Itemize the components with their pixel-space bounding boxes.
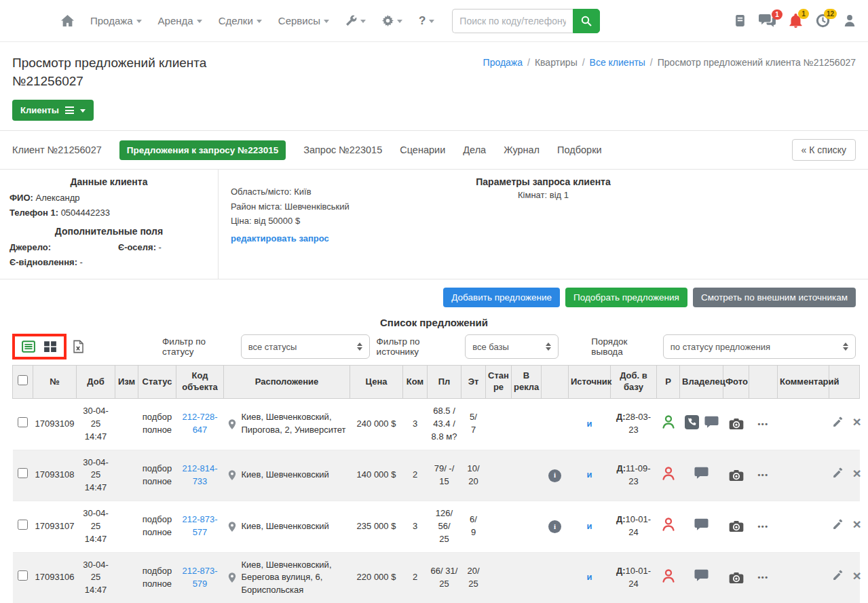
source-flag: и: [587, 469, 592, 482]
more-actions-icon[interactable]: •••: [757, 471, 768, 479]
order-select[interactable]: по статусу предложения: [663, 334, 856, 359]
tab-tasks[interactable]: Дела: [463, 144, 486, 155]
tab-scenarios[interactable]: Сценарии: [400, 144, 445, 155]
top-navbar: Продажа Аренда Сделки Сервисы ? 1 1: [0, 0, 868, 42]
tab-journal[interactable]: Журнал: [504, 144, 540, 155]
col-rooms: Ком: [403, 366, 428, 399]
settings-menu[interactable]: [382, 15, 402, 26]
map-pin-icon[interactable]: [227, 469, 238, 481]
location-text: Киев, Шевченковский: [242, 520, 347, 533]
added-date: 30-04-25 14:47: [77, 450, 115, 501]
col-more: [749, 366, 778, 399]
location-text: Киев, Шевченковский: [242, 469, 347, 482]
info-icon[interactable]: i: [548, 469, 561, 482]
object-code-link[interactable]: 212-814-733: [182, 463, 217, 486]
offer-number: 17093107: [35, 520, 75, 533]
comment-bubble-icon[interactable]: [704, 416, 719, 429]
comment-bubble-icon[interactable]: [694, 569, 709, 582]
more-actions-icon[interactable]: •••: [757, 573, 768, 581]
menu-deals[interactable]: Сделки: [219, 15, 262, 26]
edit-pencil-icon[interactable]: [832, 467, 844, 479]
extra-fields-title: Дополнительные поля: [10, 226, 208, 237]
delete-x-icon[interactable]: ×: [853, 417, 861, 427]
filter-status-label: Фильтр по статусу: [162, 336, 235, 357]
home-icon[interactable]: [61, 15, 74, 26]
comment-bubble-icon[interactable]: [694, 467, 709, 480]
search-icon: [581, 16, 592, 26]
status-filter-select[interactable]: все статусы: [241, 334, 370, 359]
match-offers-button[interactable]: Подобрать предложения: [565, 288, 687, 307]
param-region: Область/місто: Київ: [231, 184, 350, 199]
history-clock-icon[interactable]: 12: [816, 14, 830, 28]
offer-number: 17093109: [35, 418, 75, 431]
excel-export-icon[interactable]: [73, 340, 83, 353]
row-checkbox[interactable]: [18, 468, 28, 478]
object-code-link[interactable]: 212-728-647: [182, 412, 217, 435]
order-label: Порядок вывода: [591, 336, 658, 357]
delete-x-icon[interactable]: ×: [853, 520, 861, 529]
modified-date: [115, 450, 138, 501]
messages-icon[interactable]: 1: [759, 14, 776, 28]
edit-pencil-icon[interactable]: [832, 570, 844, 581]
clients-menu-button[interactable]: Клиенты: [12, 100, 94, 121]
breadcrumb-separator: /: [650, 57, 653, 68]
modified-date: [115, 552, 138, 603]
grid-view-icon[interactable]: [43, 341, 57, 353]
order-value: по статусу предложения: [671, 342, 770, 352]
tab-client[interactable]: Клиент №21256027: [12, 144, 102, 155]
added-date: 30-04-25 14:47: [77, 398, 115, 450]
edit-request-link[interactable]: редактировать запрос: [231, 231, 329, 246]
list-view-icon[interactable]: [22, 341, 35, 353]
owner-status-icon[interactable]: [661, 517, 676, 532]
col-in-ads: В рекла: [512, 366, 542, 399]
tab-offers-to-request[interactable]: Предложения к запросу №223015: [119, 140, 286, 160]
edit-pencil-icon[interactable]: [832, 519, 844, 530]
owner-status-icon[interactable]: [661, 414, 676, 429]
photo-camera-icon[interactable]: [726, 572, 747, 584]
object-code-link[interactable]: 212-873-577: [182, 514, 217, 537]
col-area: Пл: [428, 366, 461, 399]
tab-selections[interactable]: Подборки: [557, 144, 602, 155]
back-to-list-button[interactable]: « К списку: [792, 139, 856, 161]
tab-request[interactable]: Запрос №223015: [303, 144, 382, 155]
photo-camera-icon[interactable]: [726, 418, 747, 430]
help-menu[interactable]: ?: [419, 14, 434, 28]
phone-icon[interactable]: [685, 415, 699, 429]
breadcrumb-item-all-clients[interactable]: Все клиенты: [590, 57, 645, 68]
row-checkbox[interactable]: [18, 417, 28, 427]
comment-value: [778, 450, 829, 501]
journal-icon[interactable]: [735, 14, 745, 27]
request-params-block: Параметры запроса клиента Кімнат: від 1 …: [219, 170, 868, 279]
notifications-bell-icon[interactable]: 1: [789, 14, 802, 28]
search-button[interactable]: [573, 9, 600, 33]
add-offer-button[interactable]: Добавить предложение: [443, 288, 560, 307]
photo-camera-icon[interactable]: [726, 469, 747, 482]
map-pin-icon[interactable]: [227, 419, 238, 430]
delete-x-icon[interactable]: ×: [853, 571, 861, 581]
more-actions-icon[interactable]: •••: [757, 522, 768, 530]
row-checkbox[interactable]: [18, 570, 28, 581]
owner-status-icon[interactable]: [661, 466, 676, 481]
tools-menu[interactable]: [345, 15, 366, 26]
menu-services[interactable]: Сервисы: [278, 15, 329, 26]
map-pin-icon[interactable]: [227, 572, 238, 583]
row-checkbox[interactable]: [18, 520, 28, 530]
menu-sale[interactable]: Продажа: [90, 15, 142, 26]
user-profile-icon[interactable]: [844, 14, 856, 27]
menu-rent[interactable]: Аренда: [158, 15, 202, 26]
owner-status-icon[interactable]: [661, 568, 676, 583]
select-all-checkbox[interactable]: [18, 375, 28, 385]
photo-camera-icon[interactable]: [726, 520, 747, 532]
map-pin-icon[interactable]: [227, 521, 238, 532]
more-actions-icon[interactable]: •••: [757, 420, 768, 428]
delete-x-icon[interactable]: ×: [853, 469, 861, 478]
info-icon[interactable]: i: [548, 520, 561, 533]
comment-bubble-icon[interactable]: [694, 518, 709, 531]
search-input[interactable]: [452, 9, 573, 33]
external-sources-button[interactable]: Смотреть по внешним источникам: [693, 288, 856, 307]
object-code-link[interactable]: 212-873-579: [182, 566, 217, 589]
source-filter-select[interactable]: все базы: [465, 334, 559, 359]
edit-pencil-icon[interactable]: [832, 416, 844, 428]
table-row: 17093106 30-04-25 14:47 подбор полное 21…: [13, 552, 860, 603]
breadcrumb-item-sale[interactable]: Продажа: [483, 57, 523, 68]
